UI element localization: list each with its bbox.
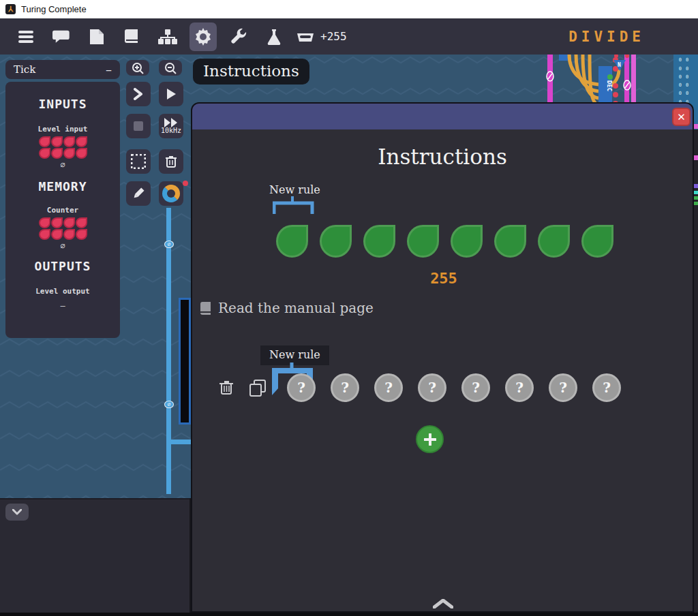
slot[interactable]: ?	[505, 373, 534, 402]
wire-stub	[694, 155, 698, 160]
mini-value-row: 00	[673, 91, 698, 96]
leaf-r[interactable]	[51, 217, 63, 228]
slot[interactable]: ?	[461, 373, 490, 402]
wire-stub	[694, 191, 698, 194]
svg-text:DEC: DEC	[606, 80, 613, 91]
file-icon[interactable]	[83, 22, 110, 51]
play-button[interactable]	[159, 82, 183, 106]
chevron-up-icon	[434, 600, 452, 607]
zoom-in-button[interactable]	[126, 60, 149, 76]
level-input-label: Level input	[38, 125, 88, 134]
wire-stub	[694, 202, 698, 205]
book-icon[interactable]	[119, 22, 146, 51]
notification-badge	[183, 181, 188, 186]
edit-pencil-button[interactable]	[126, 181, 151, 206]
loop-mode-button[interactable]	[159, 181, 183, 206]
scroll-up-button[interactable]	[433, 598, 453, 611]
leaf-g[interactable]	[494, 225, 526, 258]
menu-icon[interactable]	[12, 22, 40, 51]
delete-button[interactable]	[159, 149, 183, 174]
delete-rule-icon[interactable]	[219, 380, 234, 396]
leaf-r[interactable]	[76, 148, 87, 159]
leaf-g[interactable]	[581, 225, 613, 258]
leaf-r[interactable]	[39, 148, 50, 159]
tick-bar[interactable]: Tick –	[5, 60, 120, 79]
counter-leaves[interactable]	[37, 217, 89, 240]
wrench-icon[interactable]	[225, 22, 252, 51]
gear-icon[interactable]	[189, 22, 217, 51]
component-partial[interactable]	[179, 298, 191, 425]
level-input-leaves[interactable]	[37, 136, 89, 159]
leaf-r[interactable]	[51, 229, 63, 240]
mini-value-row: 00	[673, 57, 698, 63]
fast-forward-button[interactable]: 10kHz	[159, 114, 183, 138]
coins-value: +255	[320, 30, 347, 43]
leaf-r[interactable]	[63, 136, 75, 147]
question-slots-row[interactable]: ????????	[287, 373, 621, 402]
slot[interactable]: ?	[549, 373, 577, 402]
loop-donut-icon	[162, 185, 180, 202]
collapse-minus-button[interactable]: –	[106, 63, 112, 77]
stop-button[interactable]	[126, 114, 151, 138]
rule-bracket-icon	[273, 196, 315, 214]
select-rect-button[interactable]	[126, 149, 151, 174]
leaf-g[interactable]	[276, 225, 308, 258]
window-bottom-edge	[0, 613, 698, 616]
schematic-icon[interactable]	[154, 22, 181, 51]
leaf-r[interactable]	[39, 217, 50, 228]
leaf-r[interactable]	[76, 136, 87, 147]
main-toolbar: +255 DIVIDE	[0, 18, 698, 55]
leaf-r[interactable]	[63, 217, 75, 228]
zoom-out-button[interactable]	[159, 60, 182, 76]
leaf-r[interactable]	[63, 148, 75, 159]
leaf-g[interactable]	[538, 225, 570, 258]
window-title: Turing Complete	[21, 4, 87, 14]
leaf-r[interactable]	[39, 136, 50, 147]
mini-value-row: 00	[673, 82, 698, 88]
wire-value-node: ∅	[164, 241, 174, 248]
wire-stub	[694, 184, 698, 188]
slot[interactable]: ?	[592, 373, 621, 402]
io-panel: INPUTS Level input ∅ MEMORY Counter ∅ OU…	[5, 82, 120, 338]
instructions-tooltip: Instructions	[193, 59, 309, 84]
counter-label: Counter	[47, 206, 78, 215]
flask-icon[interactable]	[260, 22, 288, 51]
memory-heading: MEMORY	[38, 179, 87, 194]
slot[interactable]: ?	[287, 373, 316, 402]
plus-icon	[424, 433, 436, 446]
leaf-r[interactable]	[76, 229, 87, 240]
leaf-r[interactable]	[63, 229, 75, 240]
wire-horizontal[interactable]	[166, 440, 194, 444]
rule-editor-row: ????????	[219, 373, 621, 402]
modal-header[interactable]	[192, 104, 693, 129]
leaf-count-label: 255	[192, 270, 695, 287]
panel-collapse-button[interactable]	[5, 504, 29, 521]
coins-icon	[296, 31, 315, 43]
manual-link-text: Read the manual page	[218, 300, 374, 316]
coins-counter: +255	[296, 30, 347, 43]
leaf-g[interactable]	[363, 225, 395, 258]
chat-icon[interactable]	[48, 22, 75, 51]
rule-leaves-row	[276, 225, 614, 258]
slot[interactable]: ?	[331, 373, 359, 402]
fast-forward-speed: 10kHz	[161, 127, 181, 134]
leaf-r[interactable]	[51, 148, 63, 159]
level-input-value: ∅	[60, 160, 65, 170]
step-button[interactable]	[126, 82, 151, 106]
close-icon[interactable]: ✕	[672, 108, 691, 126]
leaf-r[interactable]	[76, 217, 87, 228]
leaf-g[interactable]	[320, 225, 352, 258]
add-rule-button[interactable]	[416, 425, 444, 453]
wire-stub	[694, 124, 698, 129]
slot[interactable]: ?	[418, 373, 446, 402]
leaf-r[interactable]	[51, 136, 63, 147]
slot[interactable]: ?	[374, 373, 403, 402]
leaf-r[interactable]	[39, 229, 50, 240]
leaf-g[interactable]	[407, 225, 439, 258]
tick-label: Tick	[14, 63, 35, 76]
modal-title: Instructions	[192, 144, 693, 169]
copy-rule-icon[interactable]	[249, 379, 267, 397]
leaf-g[interactable]	[451, 225, 483, 258]
wire-vertical[interactable]	[166, 208, 171, 494]
manual-link[interactable]: Read the manual page	[200, 300, 374, 316]
